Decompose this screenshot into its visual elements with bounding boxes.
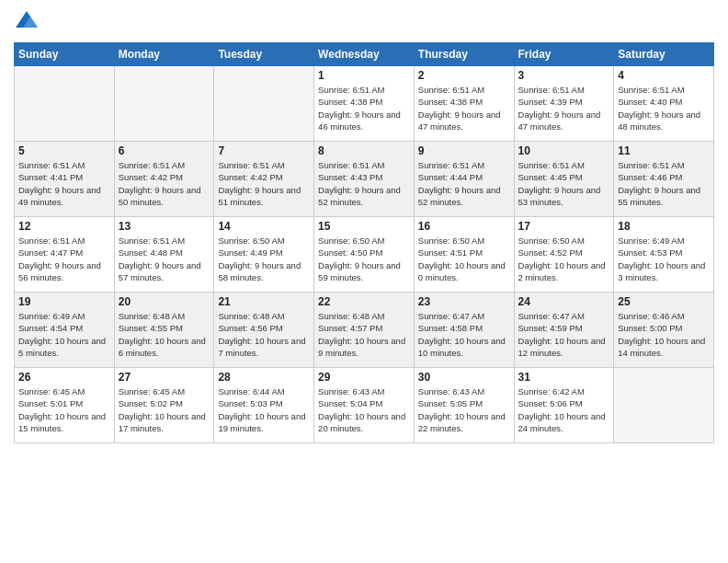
calendar: SundayMondayTuesdayWednesdayThursdayFrid…: [14, 42, 714, 443]
calendar-week-row: 19Sunrise: 6:49 AM Sunset: 4:54 PM Dayli…: [15, 293, 714, 368]
day-number: 13: [119, 220, 210, 233]
calendar-cell: 29Sunrise: 6:43 AM Sunset: 5:04 PM Dayli…: [314, 368, 415, 443]
col-header-monday: Monday: [114, 43, 214, 66]
day-number: 24: [518, 295, 610, 308]
day-info: Sunrise: 6:51 AM Sunset: 4:38 PM Dayligh…: [318, 84, 410, 132]
day-number: 15: [318, 220, 410, 233]
calendar-cell: 3Sunrise: 6:51 AM Sunset: 4:39 PM Daylig…: [514, 66, 614, 142]
calendar-cell: 28Sunrise: 6:44 AM Sunset: 5:03 PM Dayli…: [214, 368, 314, 443]
calendar-cell: [614, 368, 714, 443]
calendar-cell: 15Sunrise: 6:50 AM Sunset: 4:50 PM Dayli…: [314, 217, 415, 293]
day-number: 5: [18, 144, 110, 157]
day-number: 19: [18, 295, 110, 308]
day-info: Sunrise: 6:44 AM Sunset: 5:03 PM Dayligh…: [218, 385, 310, 434]
col-header-sunday: Sunday: [15, 43, 115, 66]
day-info: Sunrise: 6:51 AM Sunset: 4:39 PM Dayligh…: [518, 84, 610, 132]
calendar-cell: 13Sunrise: 6:51 AM Sunset: 4:48 PM Dayli…: [114, 217, 214, 293]
day-info: Sunrise: 6:51 AM Sunset: 4:45 PM Dayligh…: [518, 159, 610, 208]
calendar-cell: 18Sunrise: 6:49 AM Sunset: 4:53 PM Dayli…: [614, 217, 714, 293]
day-number: 10: [518, 144, 610, 157]
calendar-cell: 14Sunrise: 6:50 AM Sunset: 4:49 PM Dayli…: [214, 217, 314, 293]
col-header-wednesday: Wednesday: [314, 43, 415, 66]
calendar-cell: 26Sunrise: 6:45 AM Sunset: 5:01 PM Dayli…: [15, 368, 115, 443]
day-number: 22: [318, 295, 410, 308]
day-info: Sunrise: 6:51 AM Sunset: 4:42 PM Dayligh…: [119, 159, 210, 208]
calendar-week-row: 1Sunrise: 6:51 AM Sunset: 4:38 PM Daylig…: [15, 66, 714, 142]
day-info: Sunrise: 6:51 AM Sunset: 4:38 PM Dayligh…: [418, 84, 510, 132]
day-number: 21: [218, 295, 310, 308]
calendar-cell: 6Sunrise: 6:51 AM Sunset: 4:42 PM Daylig…: [114, 142, 214, 217]
calendar-cell: 30Sunrise: 6:43 AM Sunset: 5:05 PM Dayli…: [414, 368, 514, 443]
col-header-saturday: Saturday: [614, 43, 714, 66]
day-info: Sunrise: 6:51 AM Sunset: 4:48 PM Dayligh…: [119, 235, 210, 283]
day-info: Sunrise: 6:45 AM Sunset: 5:01 PM Dayligh…: [18, 385, 110, 434]
day-info: Sunrise: 6:45 AM Sunset: 5:02 PM Dayligh…: [119, 385, 210, 434]
day-number: 12: [18, 220, 110, 233]
day-number: 17: [518, 220, 610, 233]
calendar-cell: 19Sunrise: 6:49 AM Sunset: 4:54 PM Dayli…: [15, 293, 115, 368]
day-number: 31: [518, 371, 610, 384]
day-info: Sunrise: 6:46 AM Sunset: 5:00 PM Dayligh…: [618, 310, 710, 359]
calendar-cell: 10Sunrise: 6:51 AM Sunset: 4:45 PM Dayli…: [514, 142, 614, 217]
day-info: Sunrise: 6:47 AM Sunset: 4:58 PM Dayligh…: [418, 310, 510, 359]
calendar-cell: 4Sunrise: 6:51 AM Sunset: 4:40 PM Daylig…: [614, 66, 714, 142]
calendar-cell: 1Sunrise: 6:51 AM Sunset: 4:38 PM Daylig…: [314, 66, 415, 142]
day-number: 14: [218, 220, 310, 233]
day-number: 20: [119, 295, 210, 308]
calendar-cell: 24Sunrise: 6:47 AM Sunset: 4:59 PM Dayli…: [514, 293, 614, 368]
logo-icon: [14, 9, 40, 35]
calendar-week-row: 12Sunrise: 6:51 AM Sunset: 4:47 PM Dayli…: [15, 217, 714, 293]
day-number: 28: [218, 371, 310, 384]
day-number: 8: [318, 144, 410, 157]
logo: [14, 9, 43, 35]
day-number: 29: [318, 371, 410, 384]
day-number: 6: [119, 144, 210, 157]
calendar-cell: [114, 66, 214, 142]
day-info: Sunrise: 6:49 AM Sunset: 4:54 PM Dayligh…: [18, 310, 110, 359]
day-number: 18: [618, 220, 710, 233]
day-info: Sunrise: 6:51 AM Sunset: 4:44 PM Dayligh…: [418, 159, 510, 208]
day-number: 3: [518, 69, 610, 82]
calendar-cell: 17Sunrise: 6:50 AM Sunset: 4:52 PM Dayli…: [514, 217, 614, 293]
calendar-cell: 8Sunrise: 6:51 AM Sunset: 4:43 PM Daylig…: [314, 142, 415, 217]
day-info: Sunrise: 6:43 AM Sunset: 5:04 PM Dayligh…: [318, 385, 410, 434]
day-info: Sunrise: 6:50 AM Sunset: 4:51 PM Dayligh…: [418, 235, 510, 283]
calendar-week-row: 26Sunrise: 6:45 AM Sunset: 5:01 PM Dayli…: [15, 368, 714, 443]
day-number: 4: [618, 69, 710, 82]
calendar-header-row: SundayMondayTuesdayWednesdayThursdayFrid…: [15, 43, 714, 66]
calendar-cell: 12Sunrise: 6:51 AM Sunset: 4:47 PM Dayli…: [15, 217, 115, 293]
day-info: Sunrise: 6:47 AM Sunset: 4:59 PM Dayligh…: [518, 310, 610, 359]
day-number: 7: [218, 144, 310, 157]
day-number: 30: [418, 371, 510, 384]
day-info: Sunrise: 6:43 AM Sunset: 5:05 PM Dayligh…: [418, 385, 510, 434]
day-info: Sunrise: 6:42 AM Sunset: 5:06 PM Dayligh…: [518, 385, 610, 434]
header: [14, 9, 714, 35]
day-info: Sunrise: 6:48 AM Sunset: 4:56 PM Dayligh…: [218, 310, 310, 359]
calendar-cell: 25Sunrise: 6:46 AM Sunset: 5:00 PM Dayli…: [614, 293, 714, 368]
calendar-cell: 22Sunrise: 6:48 AM Sunset: 4:57 PM Dayli…: [314, 293, 415, 368]
day-info: Sunrise: 6:51 AM Sunset: 4:42 PM Dayligh…: [218, 159, 310, 208]
page: SundayMondayTuesdayWednesdayThursdayFrid…: [0, 0, 728, 563]
calendar-cell: 11Sunrise: 6:51 AM Sunset: 4:46 PM Dayli…: [614, 142, 714, 217]
day-info: Sunrise: 6:50 AM Sunset: 4:52 PM Dayligh…: [518, 235, 610, 283]
day-number: 9: [418, 144, 510, 157]
day-number: 27: [119, 371, 210, 384]
day-number: 2: [418, 69, 510, 82]
col-header-tuesday: Tuesday: [214, 43, 314, 66]
calendar-cell: 21Sunrise: 6:48 AM Sunset: 4:56 PM Dayli…: [214, 293, 314, 368]
day-number: 23: [418, 295, 510, 308]
calendar-cell: 23Sunrise: 6:47 AM Sunset: 4:58 PM Dayli…: [414, 293, 514, 368]
day-info: Sunrise: 6:50 AM Sunset: 4:50 PM Dayligh…: [318, 235, 410, 283]
calendar-cell: [15, 66, 115, 142]
day-info: Sunrise: 6:51 AM Sunset: 4:47 PM Dayligh…: [18, 235, 110, 283]
calendar-cell: 5Sunrise: 6:51 AM Sunset: 4:41 PM Daylig…: [15, 142, 115, 217]
day-info: Sunrise: 6:50 AM Sunset: 4:49 PM Dayligh…: [218, 235, 310, 283]
calendar-cell: 16Sunrise: 6:50 AM Sunset: 4:51 PM Dayli…: [414, 217, 514, 293]
day-number: 16: [418, 220, 510, 233]
calendar-cell: 27Sunrise: 6:45 AM Sunset: 5:02 PM Dayli…: [114, 368, 214, 443]
col-header-thursday: Thursday: [414, 43, 514, 66]
calendar-cell: 31Sunrise: 6:42 AM Sunset: 5:06 PM Dayli…: [514, 368, 614, 443]
day-info: Sunrise: 6:48 AM Sunset: 4:55 PM Dayligh…: [119, 310, 210, 359]
day-info: Sunrise: 6:48 AM Sunset: 4:57 PM Dayligh…: [318, 310, 410, 359]
calendar-cell: 2Sunrise: 6:51 AM Sunset: 4:38 PM Daylig…: [414, 66, 514, 142]
